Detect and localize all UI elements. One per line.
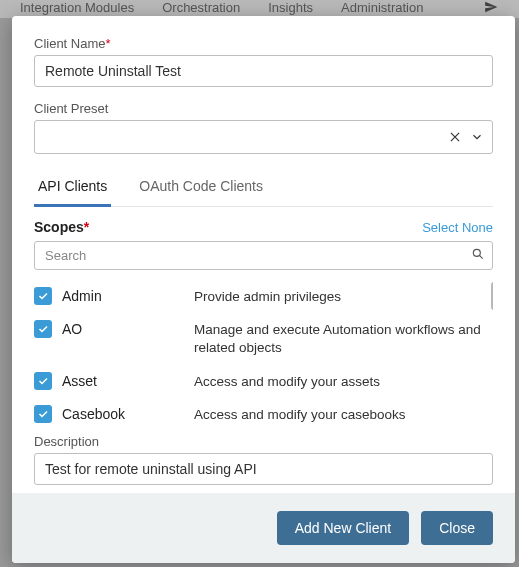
scope-row-casebook: Casebook Access and modify your casebook… xyxy=(34,398,493,428)
client-preset-label: Client Preset xyxy=(34,101,493,116)
scope-checkbox[interactable] xyxy=(34,405,52,423)
description-label: Description xyxy=(34,434,493,449)
close-button[interactable]: Close xyxy=(421,511,493,545)
nav-insights[interactable]: Insights xyxy=(268,0,313,15)
scope-name: Admin xyxy=(62,288,102,304)
client-name-label: Client Name* xyxy=(34,36,493,51)
scope-desc: Provide admin privileges xyxy=(194,287,341,306)
add-new-client-button[interactable]: Add New Client xyxy=(277,511,410,545)
scopes-title: Scopes* xyxy=(34,219,89,235)
client-name-group: Client Name* xyxy=(34,36,493,87)
scope-name: Asset xyxy=(62,373,97,389)
scope-desc: Manage and execute Automation workflows … xyxy=(194,320,493,357)
scope-desc: Access and modify your casebooks xyxy=(194,405,406,424)
scope-checkbox[interactable] xyxy=(34,372,52,390)
tab-oauth-code-clients[interactable]: OAuth Code Clients xyxy=(135,168,267,207)
scope-name: AO xyxy=(62,321,82,337)
description-input[interactable] xyxy=(34,453,493,485)
add-client-modal: Client Name* Client Preset API Clients O… xyxy=(12,16,515,563)
scope-row-ao: AO Manage and execute Automation workflo… xyxy=(34,313,493,364)
scopes-list: Admin Provide admin privileges AO Manage… xyxy=(34,280,493,428)
chevron-down-icon[interactable] xyxy=(470,130,484,144)
client-preset-select[interactable] xyxy=(34,120,493,154)
nav-orchestration[interactable]: Orchestration xyxy=(162,0,240,15)
scope-name: Casebook xyxy=(62,406,125,422)
select-none-link[interactable]: Select None xyxy=(422,220,493,235)
svg-point-0 xyxy=(473,249,480,256)
nav-administration[interactable]: Administration xyxy=(341,0,423,15)
scrollbar-thumb[interactable] xyxy=(491,282,493,310)
scope-checkbox[interactable] xyxy=(34,287,52,305)
scope-row-asset: Asset Access and modify your assets xyxy=(34,365,493,398)
search-icon xyxy=(471,247,485,265)
scope-checkbox[interactable] xyxy=(34,320,52,338)
tab-api-clients[interactable]: API Clients xyxy=(34,168,111,207)
modal-footer: Add New Client Close xyxy=(12,493,515,563)
client-preset-group: Client Preset xyxy=(34,101,493,154)
nav-integration-modules[interactable]: Integration Modules xyxy=(20,0,134,15)
client-type-tabs: API Clients OAuth Code Clients xyxy=(34,168,493,207)
description-group: Description xyxy=(34,434,493,485)
scope-desc: Access and modify your assets xyxy=(194,372,380,391)
scopes-search-input[interactable] xyxy=(34,241,493,270)
paper-plane-icon[interactable] xyxy=(483,0,499,17)
scope-row-admin: Admin Provide admin privileges xyxy=(34,280,493,313)
close-icon[interactable] xyxy=(448,130,462,144)
client-name-input[interactable] xyxy=(34,55,493,87)
